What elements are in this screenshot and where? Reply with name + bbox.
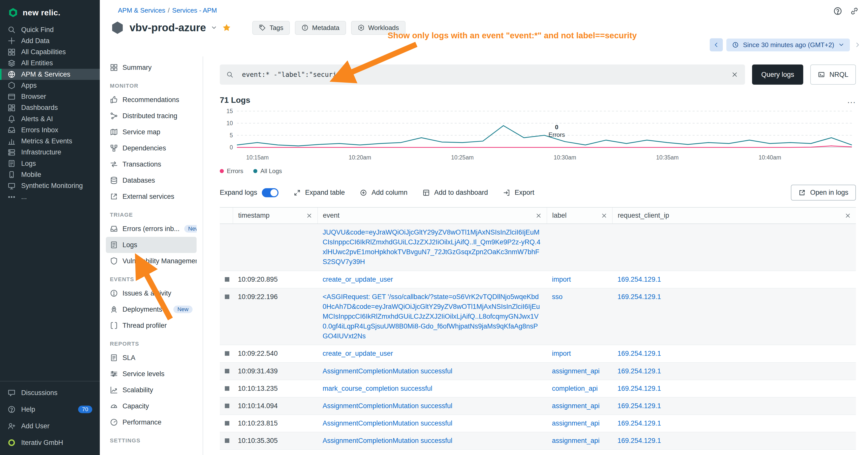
log-row[interactable]: 10:10:23.815AssignmentCompletionMutation… <box>220 415 856 432</box>
global-nav-item-alerts-ai[interactable]: Alerts & AI <box>0 113 100 125</box>
time-forward-button[interactable] <box>854 42 862 48</box>
global-nav-item-apps[interactable]: Apps <box>0 80 100 91</box>
entity-nav-item-dependencies[interactable]: Dependencies <box>106 140 196 156</box>
request-client-ip-link[interactable]: 169.254.129.1 <box>618 275 661 283</box>
expand-table-button[interactable]: Expand table <box>293 189 345 196</box>
nrql-button[interactable]: NRQL <box>810 65 856 85</box>
help-circle-icon[interactable] <box>833 6 842 15</box>
global-nav-item-logs[interactable]: Logs <box>0 158 100 169</box>
log-row[interactable]: 10:10:35.305AssignmentCompletionMutation… <box>220 432 856 450</box>
entity-nav-item-sla[interactable]: SLA <box>106 350 196 366</box>
log-row[interactable]: 10:09:31.439AssignmentCompletionMutation… <box>220 362 856 380</box>
label-link[interactable]: assignment_api <box>552 437 599 445</box>
event-link[interactable]: create_or_update_user <box>322 350 393 357</box>
request-client-ip-link[interactable]: 169.254.129.1 <box>618 367 661 375</box>
entity-nav-item-summary[interactable]: Summary <box>106 60 196 75</box>
log-row[interactable]: 10:10:14.094AssignmentCompletionMutation… <box>220 397 856 415</box>
open-in-logs-button[interactable]: Open in logs <box>791 185 856 200</box>
request-client-ip-link[interactable]: 169.254.129.1 <box>618 420 661 427</box>
label-link[interactable]: assignment_api <box>552 402 599 410</box>
entity-nav-item-databases[interactable]: Databases <box>106 172 196 189</box>
label-link[interactable]: import <box>552 350 571 357</box>
label-link[interactable]: completion_api <box>552 385 598 392</box>
expand-logs-toggle[interactable] <box>262 188 279 197</box>
entity-nav-item-logs[interactable]: Logs <box>106 237 196 253</box>
log-row[interactable]: JUQVU&code=eyJraWQiOiJjcGltY29yZV8wOTl1M… <box>220 224 856 271</box>
remove-column-icon[interactable] <box>535 213 541 219</box>
add-to-dashboard-button[interactable]: Add to dashboard <box>423 189 488 196</box>
label-link[interactable]: sso <box>552 293 562 300</box>
global-nav-item-metrics-events[interactable]: Metrics & Events <box>0 136 100 147</box>
log-row[interactable]: 10:10:44.066AssignmentCompletionMutation… <box>220 450 856 455</box>
request-client-ip-link[interactable]: 169.254.129.1 <box>618 293 661 300</box>
permalink-icon[interactable] <box>850 6 859 15</box>
global-nav-item-synthetic-monitoring[interactable]: Synthetic Monitoring <box>0 181 100 192</box>
entity-nav-item-service-levels[interactable]: Service levels <box>106 366 196 382</box>
global-nav-item-quick-find[interactable]: Quick Find <box>0 24 100 35</box>
global-nav-item-all-capabilities[interactable]: All Capabilities <box>0 46 100 58</box>
row-selector-square[interactable] <box>225 277 229 282</box>
request-client-ip-link[interactable]: 169.254.129.1 <box>618 402 661 410</box>
entity-nav-item-deployments[interactable]: DeploymentsNew <box>106 301 196 318</box>
global-nav-item-errors-inbox[interactable]: Errors Inbox <box>0 125 100 135</box>
entity-chevron-down-icon[interactable] <box>211 25 217 31</box>
entity-nav-item-vulnerability-management[interactable]: Vulnerability Management <box>106 253 196 269</box>
time-picker[interactable]: Since 30 minutes ago (GMT+2) <box>726 38 850 52</box>
label-link[interactable]: import <box>552 275 571 283</box>
time-back-button[interactable] <box>710 38 723 52</box>
global-nav-item-infrastructure[interactable]: Infrastructure <box>0 147 100 158</box>
row-selector-square[interactable] <box>225 294 229 299</box>
add-column-button[interactable]: Add column <box>360 189 407 196</box>
breadcrumb-services-apm[interactable]: Services - APM <box>172 6 217 14</box>
favorite-star-icon[interactable] <box>222 23 231 32</box>
log-row[interactable]: 10:09:22.540create_or_update_userimport1… <box>220 345 856 362</box>
global-nav-item-add-data[interactable]: Add Data <box>0 35 100 46</box>
event-link[interactable]: AssignmentCompletionMutation successful <box>322 367 453 375</box>
global-nav-item-iterativ-gmbh[interactable]: Iterativ GmbH <box>0 434 100 451</box>
global-nav-item-help[interactable]: Help70 <box>0 401 100 418</box>
request-client-ip-link[interactable]: 169.254.129.1 <box>618 385 661 392</box>
event-link[interactable]: AssignmentCompletionMutation successful <box>322 402 453 410</box>
row-selector-square[interactable] <box>225 351 229 356</box>
entity-nav-item-distributed-tracing[interactable]: Distributed tracing <box>106 108 196 124</box>
remove-column-icon[interactable] <box>306 213 312 219</box>
row-selector-square[interactable] <box>225 421 229 425</box>
logs-more-menu[interactable]: ... <box>847 95 856 105</box>
breadcrumb-apm-services[interactable]: APM & Services <box>118 6 165 14</box>
global-nav-item-discussions[interactable]: Discussions <box>0 385 100 401</box>
entity-nav-item-performance[interactable]: Performance <box>106 414 196 430</box>
remove-column-icon[interactable] <box>601 213 607 219</box>
entity-nav-item-thread-profiler[interactable]: Thread profiler <box>106 318 196 333</box>
newrelic-logo[interactable]: new relic. <box>0 0 100 24</box>
request-client-ip-link[interactable]: 169.254.129.1 <box>618 437 661 445</box>
global-nav-item-mobile[interactable]: Mobile <box>0 169 100 180</box>
log-row[interactable]: 10:09:20.895create_or_update_userimport1… <box>220 271 856 288</box>
entity-nav-item-external-services[interactable]: External services <box>106 189 196 204</box>
label-link[interactable]: assignment_api <box>552 367 599 375</box>
row-selector-square[interactable] <box>225 369 229 373</box>
query-logs-button[interactable]: Query logs <box>752 65 803 85</box>
entity-nav-item-recommendations[interactable]: Recommendations <box>106 92 196 108</box>
export-button[interactable]: Export <box>503 189 534 196</box>
entity-nav-item-service-map[interactable]: Service map <box>106 124 196 140</box>
label-link[interactable]: assignment_api <box>552 420 599 427</box>
entity-nav-item-errors-errors-inb[interactable]: Errors (errors inb...New <box>106 221 196 237</box>
global-nav-item-all-entities[interactable]: All Entities <box>0 58 100 69</box>
row-selector-square[interactable] <box>225 386 229 391</box>
global-nav-item-browser[interactable]: Browser <box>0 91 100 102</box>
event-link[interactable]: <ASGIRequest: GET '/sso/callback/?state=… <box>322 293 540 340</box>
event-link[interactable]: AssignmentCompletionMutation successful <box>322 420 453 427</box>
remove-column-icon[interactable] <box>845 213 851 219</box>
global-nav-item-item[interactable]: ... <box>0 192 100 202</box>
row-selector-square[interactable] <box>225 438 229 443</box>
legend-all-logs[interactable]: All Logs <box>253 167 282 174</box>
tags-button[interactable]: Tags <box>252 21 290 35</box>
entity-nav-item-transactions[interactable]: Transactions <box>106 156 196 172</box>
entity-nav-item-scalability[interactable]: Scalability <box>106 382 196 398</box>
row-selector-square[interactable] <box>225 403 229 408</box>
event-link[interactable]: create_or_update_user <box>322 275 393 283</box>
event-link[interactable]: JUQVU&code=eyJraWQiOiJjcGltY29yZV8wOTl1M… <box>322 228 540 265</box>
global-nav-item-add-user[interactable]: Add User <box>0 418 100 434</box>
log-row[interactable]: 10:10:13.235mark_course_completion succe… <box>220 380 856 397</box>
metadata-button[interactable]: Metadata <box>295 21 346 35</box>
